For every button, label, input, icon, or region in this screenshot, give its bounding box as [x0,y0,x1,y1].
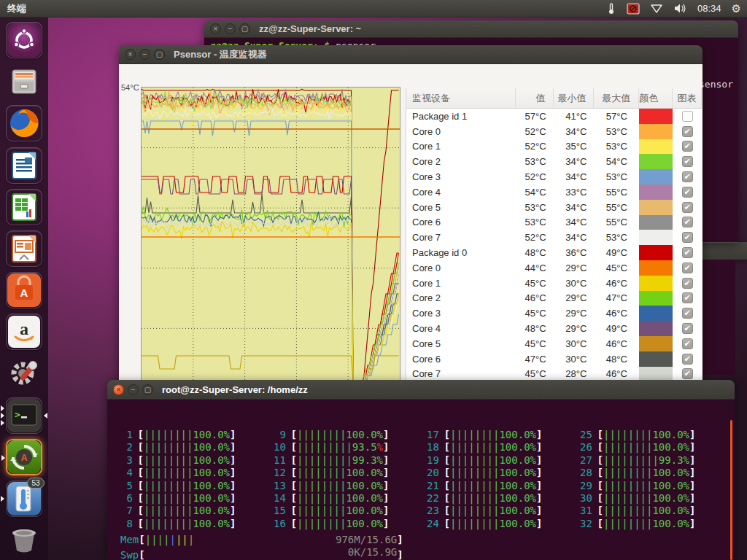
sensor-min: 35°C [554,141,595,152]
close-icon[interactable]: × [125,49,136,60]
launcher-item-terminal[interactable]: > [6,397,42,434]
sensor-max: 53°C [594,141,639,152]
color-swatch[interactable] [639,139,673,155]
clock[interactable]: 08:34 [697,3,721,14]
maximize-icon[interactable]: ▢ [239,23,250,34]
color-swatch[interactable] [639,109,673,124]
sensor-row[interactable]: Core 448°C29°C49°C✔ [406,321,702,336]
chart-checkbox[interactable]: ✔ [682,232,693,243]
color-swatch[interactable] [639,306,673,321]
chart-checkbox[interactable]: ✔ [682,292,693,303]
color-swatch[interactable] [639,245,673,260]
sensor-row[interactable]: Core 545°C30°C46°C✔ [406,336,702,351]
column-header[interactable]: 颜色 [639,88,673,108]
network-icon[interactable] [650,4,663,14]
thermometer-icon[interactable] [606,3,616,15]
column-header[interactable]: 最小值 [554,88,595,108]
chart-checkbox[interactable]: ✔ [682,187,693,198]
color-swatch[interactable] [639,124,673,139]
sensor-row[interactable]: Core 352°C34°C53°C✔ [406,169,702,184]
chart-checkbox[interactable]: ✔ [682,141,693,152]
sensor-row[interactable]: Core 052°C34°C53°C✔ [406,124,702,139]
chart-checkbox[interactable]: ✔ [682,202,693,213]
sensor-row[interactable]: Package id 048°C36°C49°C✔ [406,245,702,260]
chart-checkbox[interactable]: ✔ [682,368,693,379]
close-icon[interactable]: × [113,384,124,395]
volume-icon[interactable] [673,3,687,14]
color-swatch[interactable] [639,276,673,291]
chart-checkbox[interactable]: ✔ [682,156,693,167]
chart-checkbox[interactable]: ✔ [682,338,693,349]
minimize-icon[interactable]: − [139,49,150,60]
sensor-row[interactable]: Core 454°C33°C55°C✔ [406,184,702,200]
screen-record-icon[interactable] [627,3,640,15]
color-swatch[interactable] [639,260,673,276]
launcher-item-libreoffice-impress[interactable] [6,230,42,267]
bgterm-titlebar[interactable]: × − ▢ zz@zz-Super-Server: ~ [204,20,738,38]
htop-titlebar[interactable]: × − ▢ root@zz-Super-Server: /home/zz [107,380,735,400]
launcher-item-ubuntu-dash[interactable] [6,22,42,58]
color-swatch[interactable] [639,169,673,184]
color-swatch[interactable] [639,321,673,336]
sensor-min: 29°C [554,292,595,303]
close-icon[interactable]: × [210,23,221,34]
launcher-item-files[interactable] [6,63,42,100]
color-swatch[interactable] [639,154,673,169]
sensor-row[interactable]: Core 345°C29°C46°C✔ [406,306,702,321]
minimize-icon[interactable]: − [225,23,236,34]
launcher-item-firefox[interactable] [6,105,42,141]
color-swatch[interactable] [639,200,673,215]
column-header[interactable]: 值 [516,88,554,108]
chart-checkbox[interactable]: ✔ [682,171,693,182]
color-swatch[interactable] [639,184,673,200]
color-swatch[interactable] [639,215,673,230]
session-gear-icon[interactable]: ⚙ [732,3,741,14]
sensor-row[interactable]: Package id 157°C41°C57°C [406,109,702,124]
sensor-row[interactable]: Core 752°C34°C53°C✔ [406,230,702,245]
active-app-name[interactable]: 终端 [7,2,26,15]
sensor-row[interactable]: Core 253°C34°C54°C✔ [406,154,702,169]
chart-checkbox[interactable]: ✔ [682,262,693,273]
column-header[interactable]: 监视设备 [406,88,516,108]
maximize-icon[interactable]: ▢ [142,384,153,395]
launcher-item-amazon[interactable]: a [6,314,42,350]
maximize-icon[interactable]: ▢ [154,49,165,60]
launcher-item-libreoffice-writer[interactable] [6,147,42,184]
chart-checkbox[interactable]: ✔ [682,278,693,289]
sensor-row[interactable]: Core 145°C30°C46°C✔ [406,276,702,291]
color-swatch[interactable] [639,351,673,367]
launcher-item-software-updater[interactable]: A [6,439,42,475]
sensor-row[interactable]: Core 553°C34°C55°C✔ [406,200,702,215]
color-swatch[interactable] [639,230,673,245]
minimize-icon[interactable]: − [128,384,139,395]
sensor-row[interactable]: Core 152°C35°C53°C✔ [406,139,702,155]
launcher-item-ubuntu-software[interactable]: A [6,272,42,308]
launcher-item-psensor[interactable]: 53 [6,481,42,517]
psensor-window[interactable]: × − ▢ Psensor - 温度监视器 54°C 33°C 08:14 08… [119,45,703,385]
trash-icon [8,527,40,553]
launcher-item-libreoffice-calc[interactable] [6,189,42,225]
column-header[interactable]: 图表 [673,88,702,108]
column-header[interactable]: 最大值 [594,88,639,108]
sensor-row[interactable]: Core 653°C34°C55°C✔ [406,215,702,230]
htop-terminal-window[interactable]: × − ▢ root@zz-Super-Server: /home/zz 1[|… [107,380,735,560]
chart-checkbox[interactable]: ✔ [682,354,693,365]
sensor-row[interactable]: Core 647°C30°C48°C✔ [406,351,702,367]
chart-checkbox[interactable]: ✔ [682,308,693,319]
chart-checkbox[interactable]: ✔ [682,247,693,258]
launcher-item-trash[interactable] [6,522,42,559]
htop-body[interactable]: 1[||||||||100.0%]2[||||||||100.0%]3[||||… [107,400,735,560]
chart-checkbox[interactable]: ✔ [682,323,693,334]
color-swatch[interactable] [639,336,673,351]
psensor-titlebar[interactable]: × − ▢ Psensor - 温度监视器 [119,45,703,64]
sensor-table[interactable]: 监视设备值最小值最大值颜色图表Package id 157°C41°C57°CC… [406,88,702,385]
color-swatch[interactable] [639,291,673,306]
sensor-row[interactable]: Core 246°C29°C47°C✔ [406,291,702,306]
sensor-name: Core 3 [406,308,516,319]
launcher-item-system-settings[interactable] [6,356,42,392]
chart-checkbox[interactable]: ✔ [682,126,693,137]
chart-checkbox[interactable] [682,111,693,122]
chart-checkbox[interactable]: ✔ [682,217,693,228]
terminal-scrollbar[interactable] [730,420,732,560]
sensor-row[interactable]: Core 044°C29°C45°C✔ [406,260,702,276]
